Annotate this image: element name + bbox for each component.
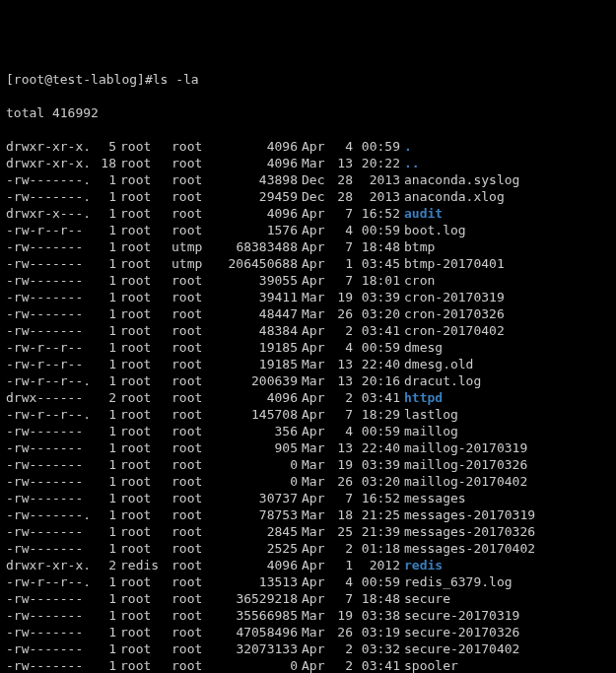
file-name: secure	[400, 590, 450, 607]
file-time: 18:48	[353, 590, 400, 607]
file-size: 4096	[219, 389, 298, 406]
file-size: 48384	[219, 322, 298, 339]
file-perm: drwxr-xr-x.	[6, 155, 93, 171]
file-perm: -rw-------.	[6, 506, 93, 523]
file-time: 03:19	[353, 624, 400, 640]
file-name: btmp	[400, 238, 435, 255]
file-day: 28	[333, 188, 353, 205]
file-name: .	[400, 138, 412, 155]
file-name: dracut.log	[400, 372, 481, 389]
file-size: 4096	[219, 557, 298, 573]
file-name: secure-20170319	[400, 607, 519, 624]
file-month: Apr	[298, 540, 333, 557]
file-name: cron-20170319	[400, 289, 505, 305]
file-row: -rw-r--r--.1rootroot200639Mar1320:16drac…	[6, 372, 610, 389]
file-time: 16:52	[353, 205, 400, 222]
file-owner: root	[116, 573, 168, 590]
file-row: -rw-r--r--1rootroot19185Mar1322:40dmesg.…	[6, 356, 610, 372]
file-month: Mar	[298, 506, 333, 523]
file-size: 39055	[219, 272, 298, 289]
file-name: boot.log	[400, 222, 466, 238]
file-time: 18:01	[353, 272, 400, 289]
file-month: Apr	[298, 657, 333, 673]
file-name: maillog	[400, 423, 458, 439]
file-day: 7	[333, 590, 353, 607]
file-group: root	[168, 155, 219, 171]
file-size: 145708	[219, 406, 298, 423]
file-group: root	[168, 222, 219, 238]
prompt-user: root	[14, 71, 44, 88]
file-time: 2013	[353, 171, 400, 188]
file-size: 1576	[219, 222, 298, 238]
file-links: 1	[93, 506, 116, 523]
file-group: root	[168, 607, 219, 624]
file-perm: -rw-r--r--	[6, 222, 93, 238]
file-links: 1	[93, 624, 116, 640]
file-perm: -rw-------	[6, 473, 93, 490]
file-day: 4	[333, 339, 353, 356]
file-owner: root	[116, 523, 168, 540]
command-text: ls -la	[153, 71, 199, 88]
file-size: 39411	[219, 289, 298, 305]
file-perm: -rw-------	[6, 657, 93, 673]
file-name: dmesg	[400, 339, 443, 356]
file-day: 4	[333, 222, 353, 238]
file-perm: drwxr-xr-x.	[6, 557, 93, 573]
file-row: drwxr-xr-x.5rootroot4096Apr400:59.	[6, 138, 610, 155]
file-size: 19185	[219, 339, 298, 356]
file-links: 5	[93, 138, 116, 155]
file-perm: -rw-------.	[6, 171, 93, 188]
file-size: 4096	[219, 138, 298, 155]
file-links: 1	[93, 456, 116, 473]
file-size: 356	[219, 423, 298, 439]
file-time: 03:20	[353, 305, 400, 322]
file-time: 00:59	[353, 423, 400, 439]
file-month: Apr	[298, 205, 333, 222]
file-name: ..	[400, 155, 420, 171]
file-owner: redis	[116, 557, 168, 573]
file-size: 43898	[219, 171, 298, 188]
file-size: 2525	[219, 540, 298, 557]
file-links: 1	[93, 238, 116, 255]
file-month: Apr	[298, 238, 333, 255]
file-name: secure-20170402	[400, 640, 519, 657]
file-group: root	[168, 439, 219, 456]
file-owner: root	[116, 439, 168, 456]
file-time: 18:48	[353, 238, 400, 255]
file-owner: root	[116, 540, 168, 557]
file-day: 28	[333, 171, 353, 188]
file-name: cron	[400, 272, 435, 289]
file-time: 00:59	[353, 573, 400, 590]
file-perm: -rw-------	[6, 590, 93, 607]
file-group: root	[168, 523, 219, 540]
file-row: -rw-r--r--.1rootroot145708Apr718:29lastl…	[6, 406, 610, 423]
file-group: root	[168, 490, 219, 506]
file-row: drwxr-xr-x.18rootroot4096Mar1320:22..	[6, 155, 610, 171]
file-group: root	[168, 657, 219, 673]
file-size: 32073133	[219, 640, 298, 657]
terminal[interactable]: { "prompt":{"user":"root","host":"test-l…	[0, 0, 616, 673]
file-size: 68383488	[219, 238, 298, 255]
file-owner: root	[116, 305, 168, 322]
file-day: 26	[333, 305, 353, 322]
file-size: 36529218	[219, 590, 298, 607]
file-owner: root	[116, 389, 168, 406]
file-row: -rw-------1rootroot39411Mar1903:39cron-2…	[6, 289, 610, 305]
file-row: -rw-------.1rootroot29459Dec282013anacon…	[6, 188, 610, 205]
file-group: root	[168, 640, 219, 657]
file-month: Mar	[298, 305, 333, 322]
file-row: -rw-------1rootutmp68383488Apr718:48btmp	[6, 238, 610, 255]
file-month: Mar	[298, 624, 333, 640]
file-time: 01:18	[353, 540, 400, 557]
file-perm: -rw-------	[6, 640, 93, 657]
file-owner: root	[116, 624, 168, 640]
file-name: spooler	[400, 657, 458, 673]
file-month: Mar	[298, 372, 333, 389]
file-perm: -rw-------	[6, 490, 93, 506]
file-size: 200639	[219, 372, 298, 389]
file-row: -rw-------1rootroot2845Mar2521:39message…	[6, 523, 610, 540]
file-group: root	[168, 322, 219, 339]
file-links: 1	[93, 171, 116, 188]
file-links: 1	[93, 540, 116, 557]
file-name: cron-20170402	[400, 322, 505, 339]
